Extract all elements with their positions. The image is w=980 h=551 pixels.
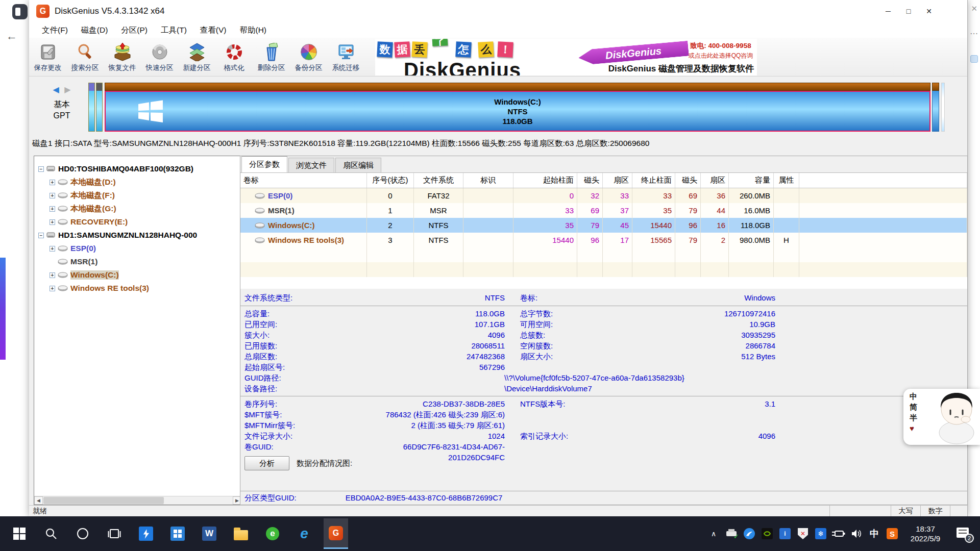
partition-block-windows-c[interactable]: Windows(C:) NTFS 118.0GB (105, 83, 930, 132)
menu-item-f[interactable]: 文件(F) (35, 25, 75, 36)
table-row-windows-c[interactable]: Windows(C:)2NTFS357945154409616118.0GB (240, 218, 967, 233)
taskbar-pinned-app-1-icon[interactable] (134, 518, 158, 549)
toolbar-backup-partition-button[interactable]: 备份分区 (290, 38, 327, 76)
tab-browse-files[interactable]: 浏览文件 (288, 158, 334, 172)
table-row-esp-0[interactable]: ESP(0)0FAT3203233336936260.0MB (240, 188, 967, 203)
tray-ime-lang-icon[interactable]: 中 (868, 527, 881, 540)
tray-power-plug-icon[interactable] (832, 527, 845, 540)
ad-qq-link[interactable]: 或点击此处选择QQ咨询 (685, 52, 756, 60)
table-row-windows-re-tools-3[interactable]: Windows RE tools(3)3NTFS1544096171556579… (240, 233, 967, 247)
column-header[interactable]: 卷标 (240, 173, 367, 188)
toolbar-quick-partition-button[interactable]: 快速分区 (141, 38, 178, 76)
background-button[interactable] (970, 55, 978, 63)
back-arrow-icon[interactable]: ← (6, 30, 17, 43)
menu-item-p[interactable]: 分区(P) (114, 25, 154, 36)
column-header[interactable]: 磁头 (675, 173, 701, 188)
column-header[interactable]: 序号(状态) (367, 173, 414, 188)
analyze-button[interactable]: 分析 (244, 456, 289, 470)
ime-mode-3[interactable]: ♥ (910, 424, 917, 433)
background-close-icon[interactable]: ✕ (971, 4, 977, 13)
tree-item-esp-0[interactable]: +ESP(0) (34, 242, 241, 255)
expand-icon[interactable]: + (50, 286, 55, 291)
tab-partition-params[interactable]: 分区参数 (241, 156, 287, 172)
background-more-icon[interactable]: ⋯ (970, 29, 978, 38)
tree-item-windows-c[interactable]: +Windows(C:) (34, 268, 241, 282)
toolbar-recover-files-button[interactable]: 恢复文件 (104, 38, 141, 76)
table-row-msr-1[interactable]: MSR(1)1MSR33693735794416.0MB (240, 203, 967, 218)
collapse-icon[interactable]: − (38, 166, 44, 172)
collapse-icon[interactable]: − (38, 233, 44, 238)
close-button[interactable]: ✕ (919, 4, 939, 19)
ad-banner-contact[interactable]: 致电: 400-008-9958 或点击此处选择QQ咨询 (685, 41, 756, 60)
taskbar-diskgenius-icon[interactable]: G (324, 518, 348, 549)
scrollbar-thumb[interactable] (43, 497, 164, 504)
tab-sector-edit[interactable]: 扇区编辑 (335, 158, 381, 172)
taskbar-search-icon[interactable] (39, 518, 63, 549)
tray-sogou-icon[interactable]: S (886, 527, 899, 540)
column-header[interactable]: 终止柱面 (632, 173, 675, 188)
partition-block-esp[interactable] (88, 83, 95, 132)
tray-snowflake-icon[interactable]: ❄ (814, 527, 827, 540)
next-disk-icon[interactable]: ▶ (64, 85, 70, 94)
tree-item-d[interactable]: +本地磁盘(D:) (34, 176, 241, 189)
taskbar-cortana-icon[interactable] (70, 518, 95, 549)
taskbar-file-explorer-icon[interactable] (229, 518, 253, 549)
ime-mode-1[interactable]: 简 (910, 403, 917, 412)
expand-icon[interactable]: + (50, 193, 55, 198)
minimize-button[interactable]: ─ (878, 4, 898, 19)
taskbar-start-button[interactable] (7, 518, 32, 549)
toolbar-delete-partition-button[interactable]: 删除分区 (253, 38, 290, 76)
tree-item-hd0-toshibamq04abf100-932gb[interactable]: −HD0:TOSHIBAMQ04ABF100(932GB) (34, 162, 241, 176)
tray-nvidia-icon[interactable] (761, 527, 774, 540)
expand-icon[interactable]: + (50, 206, 55, 212)
taskbar-task-view-icon[interactable] (102, 518, 127, 549)
expand-icon[interactable]: + (50, 180, 55, 185)
taskbar-edge-icon[interactable]: e (292, 518, 316, 549)
ime-mode-0[interactable]: 中 (910, 392, 917, 402)
expand-icon[interactable]: + (50, 272, 55, 278)
tray-intel-graphics-icon[interactable]: i (778, 527, 792, 540)
menu-item-v[interactable]: 查看(V) (193, 25, 233, 36)
column-header[interactable]: 属性 (774, 173, 799, 188)
partition-block-msr[interactable] (96, 83, 103, 132)
tray-security-shield-icon[interactable]: ✕ (796, 527, 810, 540)
column-header[interactable]: 起始柱面 (513, 173, 577, 188)
partition-block-win-re[interactable] (932, 83, 939, 132)
column-header[interactable]: 文件系统 (414, 173, 463, 188)
tree-item-hd1-samsungmznln128hahq-000[interactable]: −HD1:SAMSUNGMZNLN128HAHQ-000 (34, 229, 241, 242)
column-header[interactable]: 扇区 (701, 173, 729, 188)
menu-item-h[interactable]: 帮助(H) (233, 25, 273, 36)
tray-cloud-bird-icon[interactable] (743, 527, 756, 540)
tree-item-recovery-e[interactable]: +RECOVERY(E:) (34, 215, 241, 229)
expand-icon[interactable]: + (50, 246, 55, 252)
ime-mode-2[interactable]: 半 (910, 413, 917, 423)
menu-item-t[interactable]: 工具(T) (154, 25, 193, 36)
action-center-button[interactable]: 2 (955, 527, 971, 541)
toolbar-save-changes-button[interactable]: 保存更改 (29, 38, 66, 76)
menu-item-d[interactable]: 磁盘(D) (75, 25, 115, 36)
taskbar-browser-360-icon[interactable]: e (260, 518, 285, 549)
tree-item-g[interactable]: +本地磁盘(G:) (34, 202, 241, 215)
tree-item-msr-1[interactable]: MSR(1) (34, 255, 241, 268)
maximize-button[interactable]: □ (898, 4, 919, 19)
tray-volume-icon[interactable] (850, 527, 863, 540)
column-header[interactable]: 扇区 (603, 173, 632, 188)
expand-icon[interactable]: + (50, 219, 55, 225)
toolbar-search-partition-button[interactable]: 搜索分区 (66, 38, 104, 76)
column-header[interactable]: 磁头 (577, 173, 603, 188)
tree-horizontal-scrollbar[interactable]: ◀ ▶ (34, 496, 241, 505)
ime-status-widget[interactable]: 中简半♥ (903, 389, 980, 445)
taskbar-pinned-app-2-icon[interactable] (165, 518, 190, 549)
ad-banner[interactable]: 数据丢了怎么！ DiskGenius DiskGenius 致电: 400-00… (375, 39, 757, 76)
tray-tray-expand-icon[interactable]: ∧ (707, 527, 720, 540)
scroll-left-icon[interactable]: ◀ (34, 496, 43, 505)
tree-item-f[interactable]: +本地磁盘(F:) (34, 189, 241, 202)
column-header[interactable]: 标识 (463, 173, 513, 188)
toolbar-system-migrate-button[interactable]: 系统迁移 (327, 38, 364, 76)
prev-disk-icon[interactable]: ◀ (53, 85, 59, 94)
tray-printer-check-icon[interactable]: ✓ (725, 527, 738, 540)
background-app-icon[interactable] (12, 4, 28, 19)
tree-item-windows-re-tools-3[interactable]: +Windows RE tools(3) (34, 282, 241, 295)
column-header[interactable]: 容量 (729, 173, 774, 188)
taskbar-clock[interactable]: 18:37 2022/5/9 (903, 524, 947, 543)
